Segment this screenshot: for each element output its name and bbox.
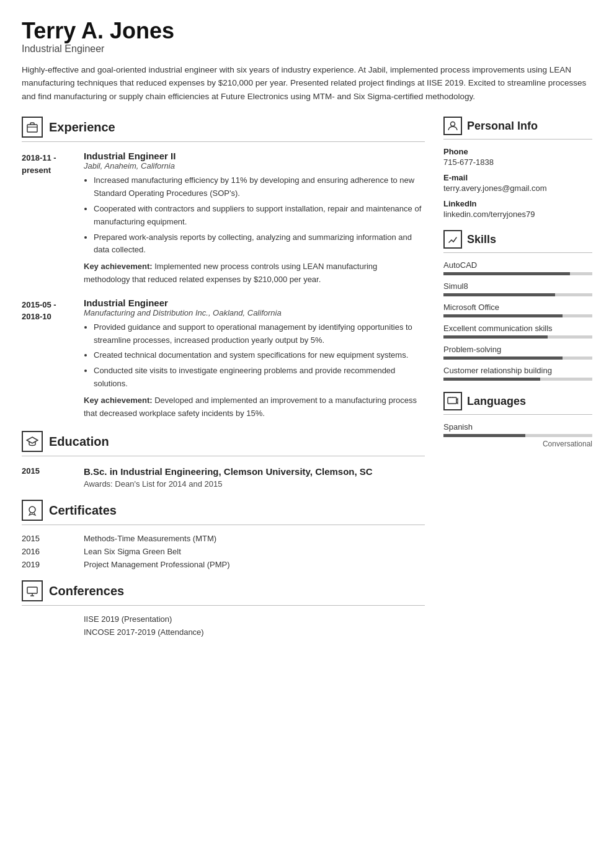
bullet: Created technical documentation and syst… bbox=[94, 349, 425, 362]
skill-bar-bg-2 bbox=[443, 293, 592, 296]
skill-name-1: AutoCAD bbox=[443, 260, 592, 270]
skill-bar-fill-5 bbox=[443, 356, 563, 360]
skill-name-6: Customer relationship building bbox=[443, 366, 592, 375]
skill-bar-bg-1 bbox=[443, 272, 592, 275]
conferences-icon bbox=[22, 580, 43, 601]
conf-spacer-2 bbox=[22, 627, 78, 637]
conf-name-1: IISE 2019 (Presentation) bbox=[84, 614, 172, 624]
exp-date-1: 2018-11 -present bbox=[22, 151, 78, 286]
candidate-title: Industrial Engineer bbox=[22, 43, 592, 55]
cert-name-2: Lean Six Sigma Green Belt bbox=[84, 547, 181, 556]
skills-divider bbox=[443, 252, 592, 253]
skill-bar-bg-5 bbox=[443, 356, 592, 360]
personal-info-icon bbox=[443, 117, 462, 135]
cert-name-3: Project Management Professional (PMP) bbox=[84, 560, 230, 569]
conferences-divider bbox=[22, 605, 425, 606]
left-column: Experience 2018-11 -present Industrial E… bbox=[22, 117, 425, 640]
skill-name-2: Simul8 bbox=[443, 281, 592, 291]
cert-date-1: 2015 bbox=[22, 534, 78, 543]
exp-job-title-2: Industrial Engineer bbox=[84, 298, 425, 308]
conf-spacer-1 bbox=[22, 614, 78, 624]
edu-entry-1: 2015 B.Sc. in Industrial Engineering, Cl… bbox=[22, 465, 425, 489]
phone-value: 715-677-1838 bbox=[443, 157, 592, 167]
bullet: Prepared work-analysis reports by collec… bbox=[94, 231, 425, 257]
skill-item-4: Excellent communication skills bbox=[443, 324, 592, 339]
experience-icon bbox=[22, 117, 43, 138]
cert-entry-2: 2016 Lean Six Sigma Green Belt bbox=[22, 547, 425, 556]
education-icon bbox=[22, 431, 43, 452]
experience-title: Experience bbox=[49, 120, 115, 135]
skill-bar-fill-6 bbox=[443, 378, 540, 381]
lang-bar-bg-1 bbox=[443, 434, 592, 437]
conferences-title: Conferences bbox=[49, 584, 124, 598]
candidate-summary: Highly-effective and goal-oriented indus… bbox=[22, 63, 592, 104]
main-layout: Experience 2018-11 -present Industrial E… bbox=[22, 117, 592, 640]
skill-item-2: Simul8 bbox=[443, 281, 592, 296]
education-divider bbox=[22, 456, 425, 456]
skill-bar-fill-1 bbox=[443, 272, 570, 275]
edu-degree-1: B.Sc. in Industrial Engineering, Clemson… bbox=[84, 465, 373, 478]
cert-date-2: 2016 bbox=[22, 547, 78, 556]
cert-date-3: 2019 bbox=[22, 560, 78, 569]
exp-achievement-1: Key achievement: Implemented new process… bbox=[84, 260, 425, 286]
email-label: E-mail bbox=[443, 173, 592, 182]
languages-icon bbox=[443, 392, 462, 410]
exp-content-1: Industrial Engineer II Jabil, Anaheim, C… bbox=[84, 151, 425, 286]
lang-level-1: Conversational bbox=[443, 440, 592, 448]
exp-content-2: Industrial Engineer Manufacturing and Di… bbox=[84, 298, 425, 420]
personal-info-title: Personal Info bbox=[467, 120, 538, 133]
education-title: Education bbox=[49, 435, 109, 449]
cert-entry-3: 2019 Project Management Professional (PM… bbox=[22, 560, 425, 569]
exp-company-1: Jabil, Anaheim, California bbox=[84, 161, 425, 170]
skill-name-3: Microsoft Office bbox=[443, 303, 592, 312]
skill-bar-bg-6 bbox=[443, 378, 592, 381]
skill-bar-bg-4 bbox=[443, 335, 592, 339]
email-value: terry.avery.jones@gmail.com bbox=[443, 184, 592, 193]
exp-company-2: Manufacturing and Distribution Inc., Oak… bbox=[84, 308, 425, 317]
languages-title: Languages bbox=[467, 395, 526, 408]
cert-name-1: Methods-Time Measurements (MTM) bbox=[84, 534, 216, 543]
skill-bar-fill-2 bbox=[443, 293, 555, 296]
exp-bullets-2: Provided guidance and support to operati… bbox=[84, 321, 425, 391]
conferences-section-header: Conferences bbox=[22, 580, 425, 601]
languages-header: Languages bbox=[443, 392, 592, 410]
conf-name-2: INCOSE 2017-2019 (Attendance) bbox=[84, 627, 204, 637]
exp-achievement-2: Key achievement: Developed and implement… bbox=[84, 394, 425, 420]
skill-bar-bg-3 bbox=[443, 314, 592, 317]
svg-rect-4 bbox=[448, 397, 456, 404]
skill-item-1: AutoCAD bbox=[443, 260, 592, 275]
bullet: Conducted site visits to investigate eng… bbox=[94, 365, 425, 391]
edu-content-1: B.Sc. in Industrial Engineering, Clemson… bbox=[84, 465, 373, 489]
certificates-section-header: Certificates bbox=[22, 500, 425, 521]
linkedin-value: linkedin.com/terryjones79 bbox=[443, 210, 592, 219]
conf-entry-1: IISE 2019 (Presentation) bbox=[22, 614, 425, 624]
cert-entry-1: 2015 Methods-Time Measurements (MTM) bbox=[22, 534, 425, 543]
skill-bar-fill-4 bbox=[443, 335, 548, 339]
resume-header: Terry A. Jones Industrial Engineer Highl… bbox=[22, 19, 592, 103]
exp-entry-1: 2018-11 -present Industrial Engineer II … bbox=[22, 151, 425, 286]
skill-item-3: Microsoft Office bbox=[443, 303, 592, 317]
phone-label: Phone bbox=[443, 147, 592, 156]
svg-point-2 bbox=[29, 507, 35, 513]
exp-bullets-1: Increased manufacturing efficiency by 11… bbox=[84, 174, 425, 257]
exp-entry-2: 2015-05 -2018-10 Industrial Engineer Man… bbox=[22, 298, 425, 420]
svg-point-3 bbox=[451, 122, 455, 126]
exp-job-title-1: Industrial Engineer II bbox=[84, 151, 425, 161]
experience-section-header: Experience bbox=[22, 117, 425, 138]
lang-name-1: Spanish bbox=[443, 422, 592, 432]
personal-info-header: Personal Info bbox=[443, 117, 592, 135]
lang-item-1: Spanish Conversational bbox=[443, 422, 592, 448]
languages-divider bbox=[443, 414, 592, 415]
exp-date-2: 2015-05 -2018-10 bbox=[22, 298, 78, 420]
skills-icon bbox=[443, 230, 462, 249]
skill-name-4: Excellent communication skills bbox=[443, 324, 592, 333]
bullet: Provided guidance and support to operati… bbox=[94, 321, 425, 347]
skill-bar-fill-3 bbox=[443, 314, 563, 317]
candidate-name: Terry A. Jones bbox=[22, 19, 592, 43]
linkedin-label: LinkedIn bbox=[443, 199, 592, 208]
bullet: Increased manufacturing efficiency by 11… bbox=[94, 174, 425, 200]
certificates-divider bbox=[22, 525, 425, 525]
bullet: Cooperated with contractors and supplier… bbox=[94, 203, 425, 229]
edu-date-1: 2015 bbox=[22, 465, 78, 489]
skill-item-6: Customer relationship building bbox=[443, 366, 592, 381]
